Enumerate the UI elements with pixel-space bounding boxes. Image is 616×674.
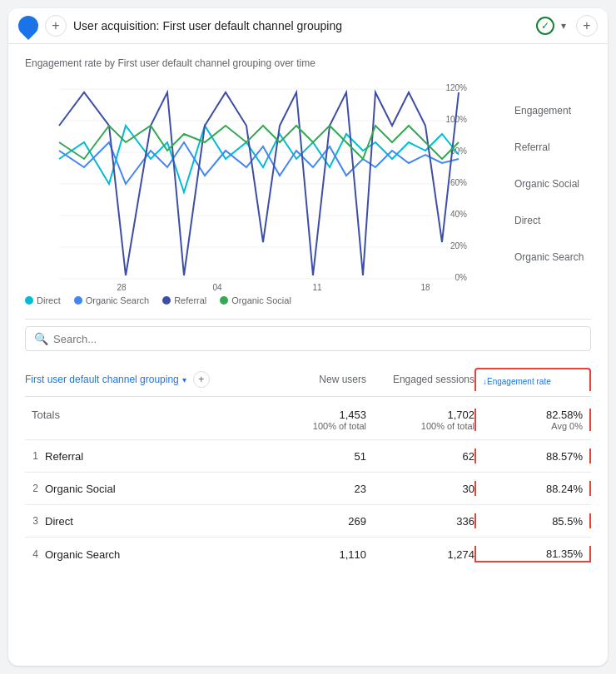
totals-engaged-sessions: 1,702 100% of total <box>366 409 474 431</box>
svg-text:11: 11 <box>312 283 322 292</box>
svg-text:Sep: Sep <box>210 291 225 292</box>
col-engaged-sessions-header: Engaged sessions <box>366 374 474 385</box>
row-1-engaged-sessions: 62 <box>366 450 474 463</box>
filter-chevron-icon[interactable]: ▾ <box>182 375 186 384</box>
row-4-engagement-rate: 81.35% <box>474 546 591 562</box>
row-4-engaged-sessions: 1,274 <box>366 548 474 561</box>
row-3-label: 3 Direct <box>25 515 275 528</box>
row-1-new-users: 51 <box>275 450 366 463</box>
svg-text:0%: 0% <box>455 273 468 282</box>
row-1-rank: 1 <box>25 450 38 462</box>
chart-section: 120% 100% 80% 60% 40% 20% 0% <box>25 76 591 292</box>
legend-direct-dot <box>25 296 33 305</box>
legend-organic-social-label: Organic Social <box>231 295 291 305</box>
row-1-label: 1 Referral <box>25 450 275 463</box>
row-3-rank: 3 <box>25 515 38 527</box>
filter-label[interactable]: First user default channel grouping <box>25 374 179 385</box>
tab-add-right-button[interactable]: + <box>576 15 598 37</box>
legend-right-engagement: Engagement <box>514 105 591 116</box>
row-2-engaged-sessions: 30 <box>366 483 474 495</box>
row-4-label: 4 Organic Search <box>25 548 275 561</box>
search-bar[interactable]: 🔍 <box>25 326 591 351</box>
legend-organic-social: Organic Social <box>220 295 291 305</box>
chart-area: 120% 100% 80% 60% 40% 20% 0% <box>25 76 501 292</box>
row-4-name: Organic Search <box>45 548 120 561</box>
chart-svg: 120% 100% 80% 60% 40% 20% 0% <box>25 76 501 292</box>
legend-referral: Referral <box>162 295 206 305</box>
legend-organic-search-dot <box>74 296 82 305</box>
table-row: 4 Organic Search 1,110 1,274 81.35% <box>25 538 591 571</box>
add-column-button[interactable]: + <box>193 371 210 388</box>
svg-text:40%: 40% <box>450 210 467 219</box>
totals-engagement-rate: 82.58% Avg 0% <box>474 409 591 431</box>
row-4-rank: 4 <box>25 548 38 560</box>
main-card: + User acquisition: First user default c… <box>8 8 608 666</box>
row-1-name: Referral <box>45 450 83 463</box>
row-1-engagement-rate: 88.57% <box>474 449 591 463</box>
legend-right-organic-social: Organic Social <box>514 178 591 190</box>
tab-bar: + User acquisition: First user default c… <box>8 8 608 44</box>
legend-organic-social-dot <box>220 296 228 305</box>
legend-referral-label: Referral <box>174 295 206 305</box>
table-row: 1 Referral 51 62 88.57% <box>25 440 591 473</box>
legend-organic-search-label: Organic Search <box>86 295 149 305</box>
row-3-engagement-rate: 85.5% <box>474 513 591 528</box>
status-check-icon: ✓ <box>536 17 554 35</box>
svg-text:18: 18 <box>420 283 430 292</box>
legend-direct-label: Direct <box>37 295 61 305</box>
legend-direct: Direct <box>25 295 61 305</box>
content-area: Engagement rate by First user default ch… <box>8 44 608 584</box>
col-new-users-header: New users <box>275 374 366 385</box>
section-divider <box>25 319 591 320</box>
table-header: First user default channel grouping ▾ + … <box>25 361 591 397</box>
row-2-name: Organic Social <box>45 483 116 495</box>
search-input[interactable] <box>53 333 582 345</box>
row-2-label: 2 Organic Social <box>25 483 275 495</box>
chart-title: Engagement rate by First user default ch… <box>25 57 591 69</box>
tab-status: ✓ ▾ <box>536 17 569 35</box>
totals-row: Totals 1,453 100% of total 1,702 100% of… <box>25 400 591 440</box>
filter-col[interactable]: First user default channel grouping ▾ + <box>25 371 275 388</box>
tab-chevron-button[interactable]: ▾ <box>558 18 569 33</box>
row-2-engagement-rate: 88.24% <box>474 481 591 496</box>
chart-legend-bottom: Direct Organic Search Referral Organic S… <box>25 295 591 305</box>
table-row: 2 Organic Social 23 30 88.24% <box>25 473 591 505</box>
row-3-new-users: 269 <box>275 515 366 528</box>
legend-right-direct: Direct <box>514 215 591 226</box>
tab-title: User acquisition: First user default cha… <box>73 19 529 32</box>
legend-right-organic-search: Organic Search <box>514 251 591 263</box>
row-2-rank: 2 <box>25 483 38 494</box>
row-3-engaged-sessions: 336 <box>366 515 474 528</box>
svg-text:20%: 20% <box>450 241 467 250</box>
search-icon: 🔍 <box>34 332 48 345</box>
col-engagement-rate-header[interactable]: ↓Engagement rate <box>474 368 591 391</box>
legend-right-referral: Referral <box>514 141 591 153</box>
chart-legend-right: Engagement Referral Organic Social Direc… <box>508 76 591 292</box>
legend-referral-dot <box>162 296 171 305</box>
tab-icon <box>14 12 42 40</box>
svg-text:120%: 120% <box>445 83 467 92</box>
tab-add-left-button[interactable]: + <box>45 15 67 37</box>
row-3-name: Direct <box>45 515 73 528</box>
totals-new-users: 1,453 100% of total <box>275 409 366 431</box>
sort-icon: ↓Engagement rate <box>483 377 551 386</box>
svg-text:Aug: Aug <box>114 291 129 292</box>
row-2-new-users: 23 <box>275 483 366 495</box>
legend-organic-search: Organic Search <box>74 295 149 305</box>
row-4-new-users: 1,110 <box>275 548 366 561</box>
table-row: 3 Direct 269 336 85.5% <box>25 505 591 538</box>
svg-text:60%: 60% <box>450 178 467 187</box>
totals-label: Totals <box>25 409 275 421</box>
